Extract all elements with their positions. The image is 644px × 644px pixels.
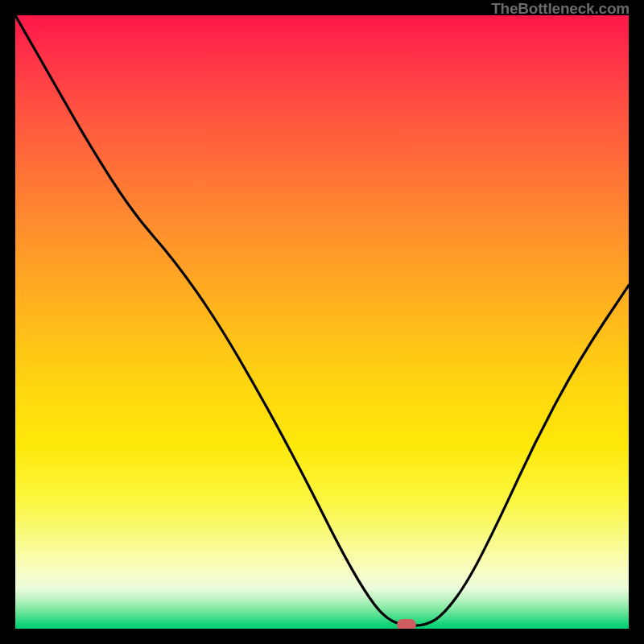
chart-frame: TheBottleneck.com [0,0,644,644]
plot-area [15,15,629,629]
attribution-text: TheBottleneck.com [491,0,630,18]
bottleneck-curve [15,15,629,625]
curve-svg [15,15,629,629]
optimal-marker [397,619,416,629]
